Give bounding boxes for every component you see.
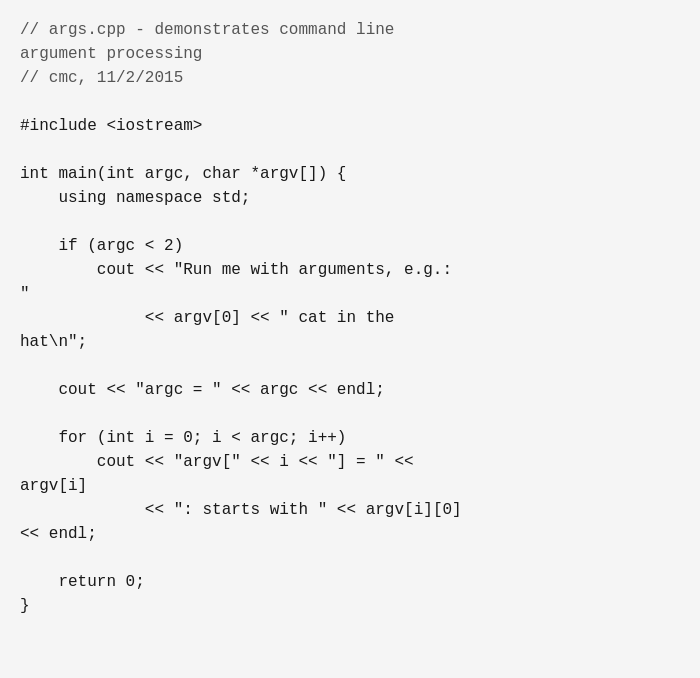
starts-with-line: << ": starts with " << argv[i][0] <box>20 501 462 519</box>
hat-newline: hat\n"; <box>20 333 87 351</box>
closing-brace: } <box>20 597 30 615</box>
cout-argc: cout << "argc = " << argc << endl; <box>20 381 385 399</box>
using-namespace: using namespace std; <box>20 189 250 207</box>
comment-line1: // args.cpp - demonstrates command line … <box>20 21 394 87</box>
include-line: #include <iostream> <box>20 117 202 135</box>
argv0-cat: << argv[0] << " cat in the <box>20 309 394 327</box>
if-statement: if (argc < 2) <box>20 237 183 255</box>
code-container: // args.cpp - demonstrates command line … <box>0 0 700 678</box>
return-zero: return 0; <box>20 573 145 591</box>
code-block: // args.cpp - demonstrates command line … <box>20 18 680 618</box>
endl-line: << endl; <box>20 525 97 543</box>
argv-i-line: argv[i] <box>20 477 87 495</box>
for-loop: for (int i = 0; i < argc; i++) <box>20 429 346 447</box>
quote-continue: " <box>20 285 30 303</box>
cout-run-me: cout << "Run me with arguments, e.g.: <box>20 261 452 279</box>
main-signature: int main(int argc, char *argv[]) { <box>20 165 346 183</box>
cout-argv-bracket: cout << "argv[" << i << "] = " << <box>20 453 414 471</box>
